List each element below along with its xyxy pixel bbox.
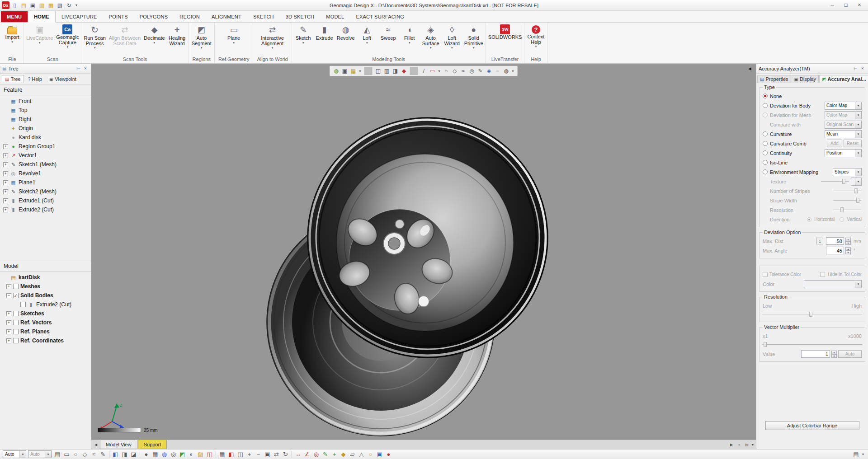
print-preview-icon[interactable]: ▥ <box>383 67 391 75</box>
snap-toggle-icon[interactable]: ◆ <box>339 450 348 459</box>
screen-capture-icon[interactable]: ▣ <box>375 450 384 459</box>
close-button[interactable]: × <box>853 1 866 9</box>
expander-icon[interactable]: + <box>3 207 8 212</box>
resolution-slider[interactable] <box>762 311 863 317</box>
model-tree-item[interactable]: + Ref. Planes <box>0 327 91 336</box>
continuity-select[interactable]: Position▼ <box>825 149 862 157</box>
ribbon-tab[interactable]: HOME <box>28 11 56 23</box>
close-icon[interactable]: × <box>859 66 866 72</box>
app-logo-dx[interactable]: Dx <box>2 1 9 9</box>
ribbon-tab[interactable]: POLYGONS <box>134 11 174 22</box>
model-tree-item[interactable]: + Ref. Vectors <box>0 318 91 327</box>
tab-close-icon[interactable]: × <box>736 441 743 448</box>
panel-collapse-icon[interactable]: ◀ <box>748 66 751 71</box>
view-orientation-icon[interactable]: ◍ <box>332 67 340 75</box>
model-tree-item[interactable]: + Sketches <box>0 309 91 318</box>
display-style-caret-icon[interactable]: ▼ <box>358 67 363 75</box>
ribbon-tab[interactable]: MENU <box>1 11 28 22</box>
option-curvature-comb[interactable]: Curvature Comb Add Reset <box>762 139 863 148</box>
tab-support[interactable]: Support <box>138 440 167 449</box>
ribbon-tab[interactable]: EXACT SURFACING <box>350 11 410 22</box>
value-spinner[interactable]: ▲▼ <box>831 351 837 358</box>
magnifier-icon[interactable]: ◎ <box>468 67 476 75</box>
gem-display-icon[interactable]: ◈ <box>485 67 493 75</box>
record-view-icon[interactable]: ● <box>384 450 393 459</box>
pan-view-icon[interactable]: ⇄ <box>272 450 281 459</box>
sep[interactable] <box>140 451 140 458</box>
auto-button[interactable]: Auto <box>838 350 862 358</box>
vector-multiplier-slider[interactable] <box>762 342 863 347</box>
sep[interactable] <box>410 67 418 75</box>
open-file-icon[interactable]: ▤ <box>20 1 28 9</box>
healing-wizard-button[interactable]: + Healing Wizard <box>167 23 188 56</box>
tree-item[interactable]: + ◎ Revolve1 <box>0 169 91 178</box>
option-curvature[interactable]: Curvature Mean▼ <box>762 129 863 139</box>
tree-item[interactable]: + ▮ Extrude1 (Cut) <box>0 196 91 205</box>
expander-icon[interactable]: − <box>6 293 11 298</box>
radio-environment-mapping[interactable] <box>763 169 768 174</box>
adjust-colorbar-range-button[interactable]: Adjust Colorbar Range <box>765 421 859 430</box>
expander-icon[interactable]: + <box>3 189 8 194</box>
pin-icon[interactable]: ⊥ <box>75 66 81 72</box>
model-tree-item[interactable]: + Meshes <box>0 282 91 291</box>
save-icon[interactable]: ▣ <box>29 1 37 9</box>
wireframe-display-icon[interactable]: ▦ <box>151 450 160 459</box>
fillet-button[interactable]: ◖ Fillet ▼ <box>399 23 420 56</box>
shaded-edges-display-icon[interactable]: ◎ <box>169 450 178 459</box>
solidworks-button[interactable]: SW SOLIDWORKS <box>487 23 524 56</box>
ribbon-tab[interactable]: LIVECAPTURE <box>56 11 103 22</box>
max-dist-input[interactable] <box>826 237 844 245</box>
rotate-view-icon[interactable]: ↻ <box>281 450 290 459</box>
plane-button[interactable]: ▭ Plane ▼ <box>223 23 244 56</box>
tree-item[interactable]: ● Kard disk <box>0 133 91 142</box>
light-toggle-icon[interactable]: ○ <box>366 450 375 459</box>
tree-item[interactable]: ▦ Front <box>0 97 91 106</box>
isometric-view-icon[interactable]: ▣ <box>341 67 349 75</box>
max-angle-input[interactable] <box>826 247 844 254</box>
model-tree-item[interactable]: ▮ Extrude2 (Cut) <box>0 300 91 309</box>
sketch-button[interactable]: ✎ Sketch ▼ <box>293 23 314 56</box>
ratio-toggle-icon[interactable]: 1 <box>816 238 823 244</box>
geomagic-capture-button[interactable]: Ca Geomagic Capture ▼ <box>55 23 80 56</box>
context-help-button[interactable]: ? Context Help ▼ <box>525 23 546 56</box>
display-style-icon[interactable]: ▤ <box>349 67 358 75</box>
model-tree-item[interactable]: ▤ kartDisk <box>0 273 91 282</box>
select-circle-icon[interactable]: ○ <box>71 450 80 459</box>
radio-curvature[interactable] <box>763 131 768 136</box>
visibility-checkbox[interactable] <box>13 293 19 298</box>
type-resolution-slider[interactable] <box>833 207 862 213</box>
zoom-minus-icon[interactable]: − <box>494 67 502 75</box>
view-settings-icon[interactable]: ◍ <box>502 67 510 75</box>
expander-icon[interactable]: + <box>3 162 8 167</box>
tab-properties[interactable]: ▤ Properties <box>757 75 791 83</box>
tab-help[interactable]: ? Help <box>25 75 45 83</box>
add-button[interactable]: Add <box>827 140 842 147</box>
multi-viewport-icon[interactable]: ◫ <box>236 450 245 459</box>
section-view-icon[interactable]: ◧ <box>227 450 236 459</box>
grid-toggle-icon[interactable]: ▦ <box>218 450 226 459</box>
radio-deviation-body[interactable] <box>763 103 768 108</box>
sep[interactable] <box>292 451 292 458</box>
interactive-alignment-button[interactable]: ⇄ Interactive Alignment ▼ <box>259 23 285 56</box>
option-iso-line[interactable]: Iso-Line <box>762 158 863 167</box>
option-continuity[interactable]: Continuity Position▼ <box>762 148 863 158</box>
option-none[interactable]: None <box>762 91 863 101</box>
ribbon-tab[interactable]: 3D SKETCH <box>280 11 321 22</box>
revolve-button[interactable]: ◍ Revolve <box>335 23 356 56</box>
shaded-display-icon[interactable]: ◍ <box>160 450 169 459</box>
deviation-body-select[interactable]: Color Map▼ <box>825 102 862 110</box>
ribbon-tab[interactable]: REGION <box>174 11 206 22</box>
expander-icon[interactable]: + <box>6 284 11 289</box>
measure-distance-icon[interactable]: ↔ <box>294 450 302 459</box>
tree-item[interactable]: + ▮ Extrude2 (Cut) <box>0 205 91 214</box>
select-through-icon[interactable]: ◨ <box>120 450 129 459</box>
number-of-stripes-slider[interactable] <box>833 188 862 194</box>
reset-button[interactable]: Reset <box>844 140 862 147</box>
tree-item[interactable]: + Origin <box>0 124 91 133</box>
select-backface-icon[interactable]: ◪ <box>129 450 138 459</box>
point-display-icon[interactable]: ● <box>142 450 151 459</box>
tolerance-color-checkbox[interactable] <box>763 272 768 277</box>
zoom-out-icon[interactable]: − <box>254 450 263 459</box>
visibility-checkbox[interactable] <box>13 284 19 289</box>
pencil-tool-icon[interactable]: ✎ <box>476 67 485 75</box>
